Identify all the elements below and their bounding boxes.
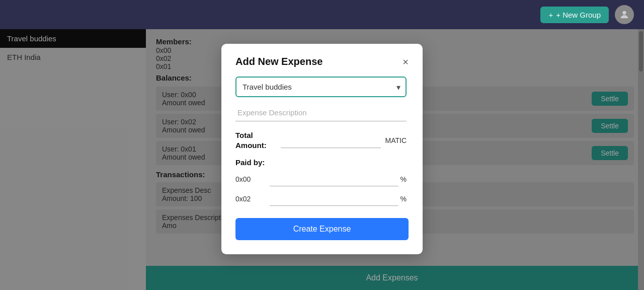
- payer-pct-input-0x00[interactable]: [270, 172, 398, 186]
- pct-sign-1: %: [400, 195, 407, 203]
- payer-row-0x00: 0x00 %: [235, 172, 407, 186]
- group-select[interactable]: Travel buddies ETH India: [235, 77, 407, 97]
- group-select-wrapper: Travel buddies ETH India: [235, 77, 407, 97]
- app-header: + + New Group: [0, 0, 644, 29]
- payer-addr-0x02: 0x02: [235, 195, 266, 203]
- expense-description-input[interactable]: [235, 104, 407, 121]
- svg-point-0: [622, 11, 626, 15]
- new-group-label: + New Group: [556, 11, 601, 19]
- new-group-button[interactable]: + + New Group: [540, 7, 609, 23]
- pct-sign-0: %: [400, 175, 407, 183]
- matic-label: MATIC: [385, 136, 407, 144]
- create-expense-button[interactable]: Create Expense: [235, 218, 409, 240]
- modal-header: Add New Expense ×: [235, 56, 409, 67]
- plus-icon: +: [548, 11, 553, 19]
- payer-pct-input-0x02[interactable]: [270, 191, 398, 206]
- payer-row-0x02: 0x02 %: [235, 191, 407, 206]
- paid-by-label: Paid by:: [235, 158, 407, 167]
- main-content: Travel buddies ETH India Members: 0x00 0…: [0, 29, 644, 290]
- total-amount-label: TotalAmount:: [235, 130, 281, 150]
- user-icon: [619, 9, 630, 20]
- modal-scroll-area[interactable]: Travel buddies ETH India TotalAmount: MA…: [235, 77, 409, 211]
- total-amount-input[interactable]: [281, 133, 381, 148]
- modal-close-button[interactable]: ×: [403, 57, 409, 67]
- total-amount-row: TotalAmount: MATIC: [235, 130, 407, 150]
- payer-addr-0x00: 0x00: [235, 175, 266, 183]
- modal-title: Add New Expense: [235, 56, 323, 67]
- add-expense-modal: Add New Expense × Travel buddies ETH Ind…: [221, 44, 423, 254]
- avatar[interactable]: [615, 5, 634, 24]
